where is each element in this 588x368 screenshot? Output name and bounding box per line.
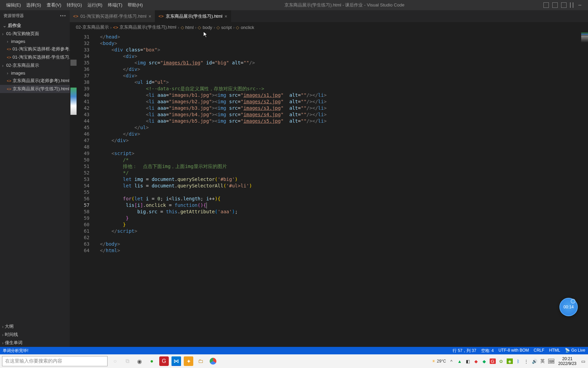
- breadcrumb-item[interactable]: ◇html: [181, 25, 194, 30]
- code-line[interactable]: <body>: [94, 40, 588, 47]
- code-line[interactable]: let img = document.querySelector('#big'): [94, 176, 588, 183]
- tree-folder[interactable]: 02-京东商品展示: [0, 61, 70, 70]
- volume-icon[interactable]: 🔊: [532, 358, 537, 364]
- menu-item[interactable]: 查看(V): [44, 1, 64, 10]
- recording-timer-badge[interactable]: 00:14: [559, 298, 578, 316]
- menu-item[interactable]: 终端(T): [105, 1, 125, 10]
- editor-tab[interactable]: <>京东商品展示(学生练习).html×: [155, 10, 231, 22]
- code-line[interactable]: lis[i].onclick = function(){: [94, 202, 588, 209]
- panel-bottom-icon[interactable]: [552, 2, 558, 8]
- code-line[interactable]: <div>: [94, 73, 588, 79]
- breadcrumb-item[interactable]: ◇onclick: [236, 25, 254, 30]
- menu-item[interactable]: 选择(S): [23, 1, 44, 10]
- status-item[interactable]: 行 57，列 37: [453, 348, 476, 354]
- tray-app2-icon[interactable]: ◆: [473, 358, 479, 364]
- ime-icon[interactable]: 英: [540, 358, 545, 364]
- notifications-icon[interactable]: ▭: [581, 358, 586, 364]
- tray-shield-icon[interactable]: ▲: [457, 358, 462, 364]
- ime-mode-icon[interactable]: ⌨: [548, 359, 554, 364]
- code-content[interactable]: </head> <body> <div class="box"> <div> <…: [94, 32, 588, 347]
- tree-file[interactable]: <>京东商品展示(老师参考).html: [0, 77, 70, 85]
- code-line[interactable]: [94, 144, 588, 150]
- status-item[interactable]: CRLF: [534, 348, 544, 354]
- tray-app5-icon[interactable]: ✿: [499, 358, 504, 364]
- code-line[interactable]: </ul>: [94, 124, 588, 131]
- sidebar-section[interactable]: › 僮生单词: [0, 339, 70, 347]
- file-explorer-icon[interactable]: 🗀: [196, 356, 206, 366]
- wifi-icon[interactable]: ⋮: [524, 358, 529, 364]
- code-line[interactable]: </div>: [94, 137, 588, 144]
- code-line[interactable]: <li aaa="images/b1.jpg"><img src="images…: [94, 92, 588, 98]
- code-line[interactable]: </body>: [94, 241, 588, 247]
- code-line[interactable]: <li aaa="images/b2.jpg"><img src="images…: [94, 98, 588, 105]
- clock[interactable]: 20:21 2022/9/23: [557, 356, 578, 366]
- code-line[interactable]: /*: [94, 157, 588, 163]
- code-line[interactable]: let lis = document.querySelectorAll('#ul…: [94, 183, 588, 189]
- tray-app3-icon[interactable]: ◆: [481, 358, 487, 364]
- cortana-icon[interactable]: ○: [110, 356, 120, 366]
- code-line[interactable]: <!--data-src是自定义属性，存放对应大图的src-->: [94, 86, 588, 92]
- tree-folder[interactable]: images: [0, 38, 70, 45]
- tray-app1-icon[interactable]: ◧: [465, 358, 471, 364]
- code-line[interactable]: big.src = this.getAttribute('aaa');: [94, 209, 588, 215]
- status-item[interactable]: UTF-8 with BOM: [499, 348, 529, 354]
- tree-folder[interactable]: images: [0, 70, 70, 77]
- code-line[interactable]: <div class="box">: [94, 47, 588, 53]
- layout-icon[interactable]: [570, 2, 573, 8]
- menu-item[interactable]: 转到(G): [64, 1, 85, 10]
- code-line[interactable]: </div>: [94, 66, 588, 73]
- weather-widget[interactable]: ☀ 29°C: [432, 359, 446, 364]
- panel-right-icon[interactable]: [561, 2, 567, 8]
- tree-file[interactable]: <>01-淘宝购买选择框-老师参考.h...: [0, 45, 70, 53]
- code-line[interactable]: [94, 234, 588, 241]
- status-item[interactable]: HTML: [549, 348, 560, 354]
- code-line[interactable]: </head>: [94, 34, 588, 40]
- code-line[interactable]: <li aaa="images/b4.jpg"><img src="images…: [94, 111, 588, 118]
- breadcrumb-item[interactable]: 02-京东商品展示: [76, 24, 109, 30]
- code-line[interactable]: </script>: [94, 228, 588, 234]
- code-line[interactable]: 排他： 点击下面img，上面img显示对应的图片: [94, 163, 588, 170]
- close-icon[interactable]: ×: [225, 14, 227, 19]
- app-icon[interactable]: ✦: [184, 356, 193, 366]
- breadcrumb-item[interactable]: ◇body: [198, 25, 212, 30]
- code-line[interactable]: }: [94, 215, 588, 221]
- chrome-icon[interactable]: [208, 356, 218, 366]
- folder-root[interactable]: ⌄ 后作业: [0, 21, 70, 30]
- wechat-icon[interactable]: ●: [147, 356, 157, 366]
- menu-item[interactable]: 帮助(H): [125, 1, 145, 10]
- panel-left-icon[interactable]: [543, 2, 549, 8]
- minimize-icon[interactable]: −: [577, 2, 583, 9]
- netease-icon[interactable]: G: [159, 356, 169, 366]
- tray-chevron-icon[interactable]: ^: [449, 358, 454, 364]
- menu-item[interactable]: 编辑(E): [3, 1, 23, 10]
- menu-item[interactable]: 运行(R): [85, 1, 105, 10]
- task-view-icon[interactable]: ⧉: [122, 356, 132, 366]
- close-icon[interactable]: ×: [148, 14, 151, 19]
- code-line[interactable]: */: [94, 170, 588, 176]
- editor-body[interactable]: 3132333435363738394041424344454647484950…: [70, 32, 588, 347]
- code-line[interactable]: for(let i = 0; i<lis.length; i++){: [94, 196, 588, 202]
- code-line[interactable]: <script>: [94, 150, 588, 157]
- more-icon[interactable]: •••: [60, 14, 66, 18]
- windows-search-input[interactable]: 在这里输入你要搜索的内容: [2, 356, 108, 366]
- tree-file[interactable]: <>01-淘宝购买选择框-学生练习.h...: [0, 53, 70, 61]
- bluetooth-icon[interactable]: ᛒ: [516, 358, 521, 364]
- code-line[interactable]: <div>: [94, 53, 588, 60]
- code-line[interactable]: [94, 189, 588, 196]
- edge-icon[interactable]: ◉: [135, 356, 144, 366]
- code-line[interactable]: <ul id="ul">: [94, 79, 588, 86]
- editor-tab[interactable]: <>01-淘宝购买选择框-学生练习.html×: [70, 10, 155, 22]
- code-line[interactable]: </html>: [94, 247, 588, 254]
- code-line[interactable]: </div>: [94, 131, 588, 137]
- status-item[interactable]: 📡 Go Live: [565, 348, 585, 354]
- code-line[interactable]: <li aaa="images/b5.jpg"><img src="images…: [94, 118, 588, 124]
- breadcrumb-item[interactable]: ◇script: [216, 25, 232, 30]
- code-line[interactable]: <img src="images/b1.jpg" id="big" alt=""…: [94, 60, 588, 66]
- code-line[interactable]: <li aaa="images/b3.jpg"><img src="images…: [94, 105, 588, 111]
- tree-file[interactable]: <>京东商品展示(学生练习).html: [0, 85, 70, 93]
- vscode-icon[interactable]: ⋈: [172, 356, 181, 366]
- breadcrumb-item[interactable]: <>京东商品展示(学生练习).html: [113, 24, 176, 30]
- tree-folder[interactable]: 01-淘宝购物页面: [0, 30, 70, 38]
- code-line[interactable]: }: [94, 221, 588, 228]
- tray-nvidia-icon[interactable]: ◈: [507, 358, 513, 364]
